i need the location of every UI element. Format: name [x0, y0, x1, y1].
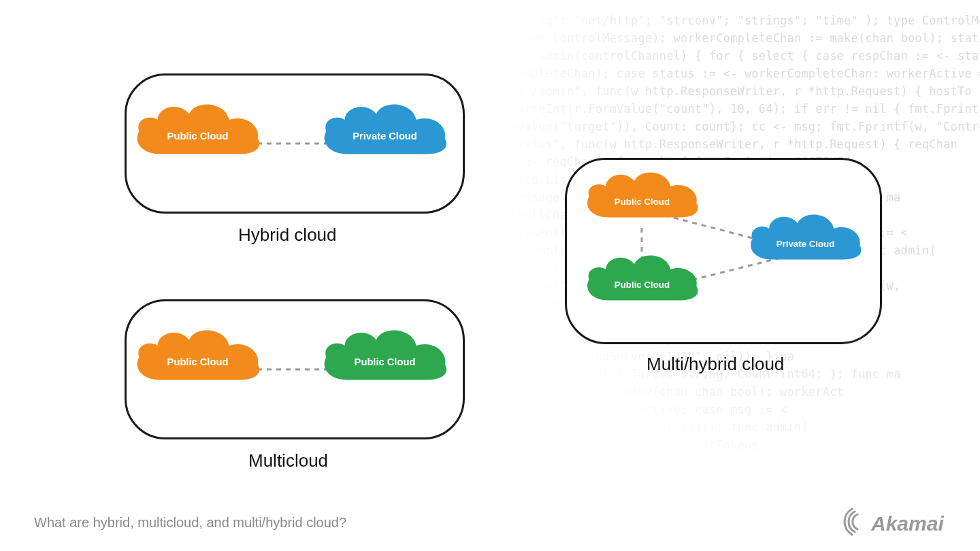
cloud-public-green-icon: Public Cloud: [587, 256, 698, 301]
cloud-label: Public Cloud: [167, 131, 229, 142]
cloud-label: Public Cloud: [615, 280, 670, 290]
cloud-private-blue-icon: Private Cloud: [325, 105, 447, 154]
cloud-label: Private Cloud: [353, 131, 417, 142]
cloud-public-orange-icon: Public Cloud: [137, 331, 260, 380]
brand-text: Akamai: [870, 512, 944, 535]
cloud-label: Public Cloud: [355, 357, 416, 368]
hybrid-panel: Public Cloud Private Cloud: [125, 73, 465, 214]
cloud-private-blue-icon: Private Cloud: [751, 215, 861, 260]
cloud-public-green-icon: Public Cloud: [325, 331, 447, 380]
multihybrid-panel: Public Cloud Public Cloud Private Cloud: [565, 158, 882, 344]
hybrid-caption: Hybrid cloud: [238, 224, 337, 246]
cloud-public-orange-icon: Public Cloud: [137, 105, 260, 154]
cloud-public-orange-icon: Public Cloud: [587, 173, 698, 218]
multicloud-panel: Public Cloud Public Cloud: [125, 299, 465, 439]
cloud-label: Public Cloud: [167, 357, 229, 368]
cloud-label: Public Cloud: [615, 197, 670, 207]
cloud-label: Private Cloud: [777, 239, 835, 249]
multicloud-caption: Multicloud: [248, 450, 328, 471]
multihybrid-caption: Multi/hybrid cloud: [647, 354, 784, 375]
footer-question: What are hybrid, multicloud, and multi/h…: [34, 515, 346, 531]
akamai-logo: Akamai: [838, 505, 961, 539]
